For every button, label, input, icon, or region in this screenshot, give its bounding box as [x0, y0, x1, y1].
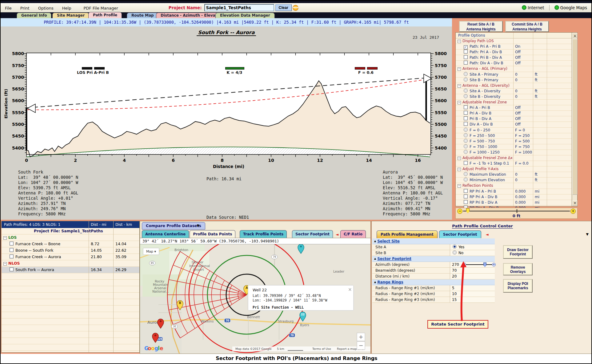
- checkbox-icon[interactable]: [464, 105, 468, 109]
- profile-option-row[interactable]: −Antenna - AGL (Diversity): [456, 83, 577, 89]
- tree-collapse-icon[interactable]: −: [3, 262, 7, 266]
- radio-icon[interactable]: [464, 72, 468, 76]
- scroll-up-icon[interactable]: ▲: [572, 33, 578, 38]
- project-name-input[interactable]: [204, 4, 274, 11]
- profile-option-row[interactable]: Pri B - Div AOff: [456, 116, 577, 122]
- commit-antenna-heights-button[interactable]: Commit Site A / B Antenna Heights: [505, 21, 549, 32]
- dropdown-chevron-icon[interactable]: ▼: [586, 232, 589, 236]
- dropdown-chevron-icon[interactable]: ▼: [197, 224, 199, 228]
- tab-general-info[interactable]: General Info: [17, 13, 51, 18]
- checkbox-icon[interactable]: [464, 61, 468, 65]
- setting-value-cell[interactable]: No: [450, 250, 495, 256]
- setting-value-cell[interactable]: Yes: [450, 244, 495, 250]
- tab-elevation-data-manager[interactable]: Elevation Data Manager: [215, 13, 275, 18]
- popup-close-icon[interactable]: ×: [348, 287, 352, 292]
- tab-antenna-centerline[interactable]: Antenna Centerline: [142, 230, 189, 238]
- menu-item-print[interactable]: Print: [16, 6, 34, 10]
- profile-option-row[interactable]: RP Pri A - Pri B0.000mi: [456, 189, 577, 194]
- map-attribution[interactable]: Terms of Use: [312, 347, 331, 350]
- menu-item-pdf-file-manager[interactable]: PDF File Manager: [79, 6, 122, 10]
- menu-item-options[interactable]: Options: [34, 6, 58, 10]
- profile-option-row[interactable]: Div A - Div BOff: [456, 122, 577, 127]
- profile-option-row[interactable]: F = 250 - 500F = 250: [456, 133, 577, 139]
- path-row[interactable]: −LOS: [2, 234, 139, 241]
- settings-section-header[interactable]: ▲Select Site: [372, 238, 495, 244]
- radio-icon[interactable]: [464, 89, 468, 93]
- tree-collapse-icon[interactable]: −: [458, 101, 461, 104]
- profile-option-row[interactable]: −Reflection Points: [456, 183, 577, 189]
- checkbox-icon[interactable]: [464, 50, 468, 54]
- internet-toggle[interactable]: Internet: [522, 5, 544, 10]
- radio-icon[interactable]: [464, 78, 468, 82]
- checkbox-icon[interactable]: [464, 161, 468, 165]
- radio-icon[interactable]: [464, 128, 468, 132]
- profile-option-row[interactable]: −Display Path LOS: [456, 38, 577, 44]
- tab-sector-footprint[interactable]: Sector Footprint: [439, 230, 481, 238]
- path-row[interactable]: Boone -- South Fork14.0522.62: [2, 247, 139, 254]
- path-row[interactable]: South Fork -- Aurora16.3426.29: [2, 267, 139, 273]
- tab-route-map[interactable]: Route Map: [127, 13, 158, 18]
- profile-option-row[interactable]: Site B - Diversity0ft: [456, 94, 577, 100]
- profile-options-scrollbar[interactable]: ▲ ▼: [572, 32, 578, 206]
- profile-option-row[interactable]: Maximum Elevation0ft: [456, 172, 577, 178]
- menu-item-help[interactable]: Help: [58, 6, 76, 10]
- tab-track-profile-points[interactable]: Track Profile Points: [240, 230, 287, 238]
- profile-option-row[interactable]: −Adjustable Fresnel Zone: [456, 100, 577, 105]
- profile-option-row[interactable]: F = 0 - 250F = 0: [456, 128, 577, 133]
- tab-c-f-ratio[interactable]: C/F Ratio: [340, 230, 366, 238]
- slider-plus-icon[interactable]: +: [492, 263, 496, 266]
- tree-collapse-icon[interactable]: −: [458, 184, 461, 188]
- section-collapse-icon[interactable]: ▲: [374, 257, 376, 260]
- button-display-poi-placemarks[interactable]: Display POI Placemarks: [503, 279, 533, 293]
- profile-option-row[interactable]: Pri A - Pri BOff: [456, 105, 577, 111]
- profile-option-row[interactable]: F = 750 - 1000F = 750: [456, 144, 577, 150]
- profile-option-row[interactable]: Site B - Primary0ft: [456, 78, 577, 83]
- profile-option-row[interactable]: Path: Div A - Div BOff: [456, 61, 577, 66]
- checkbox-icon[interactable]: [464, 55, 468, 59]
- clear-button[interactable]: Clear: [275, 4, 292, 11]
- checkbox-icon[interactable]: [10, 242, 14, 246]
- profile-option-row[interactable]: F = 500 - 750F = 500: [456, 139, 577, 144]
- google-maps-toggle[interactable]: Google Maps: [554, 5, 587, 10]
- sector-footprint-map[interactable]: BrightonDenverInternationalAirportRockyM…: [140, 244, 370, 354]
- radio-icon[interactable]: [464, 172, 468, 176]
- slider-minus-icon[interactable]: −: [457, 209, 462, 214]
- section-collapse-icon[interactable]: ▲: [374, 240, 376, 242]
- tree-collapse-icon[interactable]: −: [458, 40, 461, 43]
- profile-option-row[interactable]: RP Pri B - Div A0.000mi: [456, 200, 577, 206]
- menu-item-file[interactable]: File: [1, 6, 16, 10]
- tab-sector-footprint[interactable]: Sector Footprint: [292, 230, 333, 238]
- checkbox-icon[interactable]: [464, 116, 468, 120]
- profile-option-row[interactable]: Minimum Elevation0ft: [456, 178, 577, 183]
- profile-option-row[interactable]: Path: Pri A - Div BOff: [456, 50, 577, 55]
- tab-path-profile[interactable]: Path Profile: [88, 12, 122, 18]
- checkbox-icon[interactable]: [464, 122, 468, 126]
- tab-profile-data-points[interactable]: Profile Data Points: [190, 230, 235, 238]
- profile-option-row[interactable]: Site A - Diversity0ft: [456, 89, 577, 94]
- checkbox-icon[interactable]: [10, 248, 14, 252]
- profile-option-row[interactable]: F = -1 To +1 Step 0.1F = 0.0: [456, 161, 577, 166]
- checkbox-icon[interactable]: [464, 189, 468, 193]
- tree-collapse-icon[interactable]: −: [458, 157, 461, 160]
- path-row[interactable]: Furnace Creek -- Aurora21.8035.09: [2, 254, 139, 260]
- profile-option-row[interactable]: −Antenna - AGL (Primary): [456, 66, 577, 72]
- checkbox-icon[interactable]: [464, 111, 468, 115]
- checkbox-icon[interactable]: [10, 254, 14, 258]
- checkbox-icon[interactable]: [464, 200, 468, 204]
- profile-option-row[interactable]: ✓Path: Pri A - Pri BOn: [456, 44, 577, 50]
- path-row[interactable]: Furnace Creek -- Boone8.7214.04: [2, 241, 139, 247]
- radio-icon[interactable]: [453, 245, 457, 249]
- radio-icon[interactable]: [464, 150, 468, 154]
- slider-handle[interactable]: [483, 262, 486, 267]
- scrollbar-thumb[interactable]: [572, 39, 578, 195]
- tree-collapse-icon[interactable]: −: [3, 236, 7, 240]
- checkbox-icon[interactable]: [10, 267, 14, 271]
- radio-icon[interactable]: [464, 144, 468, 148]
- tab-path-profile-management[interactable]: Path Profile Management: [377, 230, 438, 238]
- tab-site-manager[interactable]: Site Manager: [52, 13, 89, 18]
- profile-option-row[interactable]: Path: Pri B - Div AOff: [456, 55, 577, 61]
- section-collapse-icon[interactable]: ▲: [374, 281, 376, 283]
- checkbox-icon[interactable]: [464, 194, 468, 198]
- settings-section-header[interactable]: ▲Sector Footprint: [372, 256, 495, 262]
- tree-collapse-icon[interactable]: −: [458, 84, 461, 88]
